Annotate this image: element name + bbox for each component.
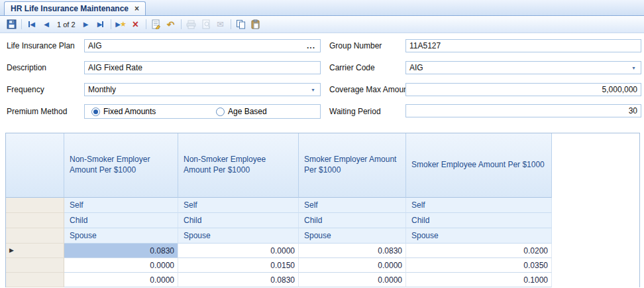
coverage-max-amount-label: Coverage Max Amount xyxy=(329,85,410,94)
waiting-period-input[interactable] xyxy=(405,104,641,117)
grid-cell-r0c3[interactable]: 0.0200 xyxy=(406,244,552,258)
copy-button[interactable] xyxy=(234,18,248,31)
grid-cell-r1c0[interactable]: 0.0000 xyxy=(64,258,178,273)
record-position: 1 of 2 xyxy=(54,21,79,29)
row-header xyxy=(6,258,64,273)
new-record-star-icon: ★ xyxy=(120,21,127,28)
frequency-label: Frequency xyxy=(7,85,44,94)
previous-record-icon: ◀ xyxy=(44,21,49,28)
band-cell-spouse: Spouse xyxy=(406,228,552,244)
tab-bar: HR Life Insurance Maintenance × xyxy=(0,0,644,16)
current-row-indicator-icon: ▶ xyxy=(9,248,14,253)
current-row-header: ▶ xyxy=(6,244,64,258)
grid-cell-r0c0[interactable]: 0.0830 xyxy=(64,244,178,258)
carrier-code-label: Carrier Code xyxy=(329,63,375,72)
band-cell-child: Child xyxy=(406,213,552,228)
column-header-smoker-employer[interactable]: Smoker Employer Amount Per $1000 xyxy=(299,133,406,198)
column-header-nonsmoker-employer[interactable]: Non-Smoker Employer Amount Per $1000 xyxy=(64,133,178,198)
print-preview-button[interactable] xyxy=(199,18,213,31)
next-record-button[interactable]: ▶ xyxy=(79,18,93,31)
print-preview-icon xyxy=(201,19,211,29)
premium-method-fixed-amounts-option[interactable]: Fixed Amounts xyxy=(91,107,209,116)
tab-title: HR Life Insurance Maintenance xyxy=(11,4,129,13)
grid-cell-r2c2[interactable]: 0.0000 xyxy=(299,273,406,287)
band-cell-spouse: Spouse xyxy=(178,228,299,244)
chevron-down-icon[interactable]: ▼ xyxy=(306,88,320,92)
column-header-smoker-employee[interactable]: Smoker Employee Amount Per $1000 xyxy=(406,133,552,198)
edit-record-icon xyxy=(151,19,161,29)
grid-corner-cell xyxy=(6,133,64,198)
print-button[interactable] xyxy=(184,18,199,31)
age-based-radio[interactable] xyxy=(216,108,225,116)
description-input[interactable] xyxy=(84,61,321,74)
premium-method-age-based-option[interactable]: Age Based xyxy=(216,107,267,116)
lookup-ellipsis-icon[interactable]: ... xyxy=(302,41,320,50)
grid-cell-r1c1[interactable]: 0.0150 xyxy=(178,258,299,273)
grid-cell-r1c3[interactable]: 0.0350 xyxy=(406,258,552,273)
premium-method-group: Fixed Amounts Age Based xyxy=(84,104,321,119)
toolbar-separator xyxy=(21,19,22,29)
email-button[interactable]: ✉ xyxy=(213,18,228,31)
tab-hr-life-insurance-maintenance[interactable]: HR Life Insurance Maintenance × xyxy=(4,1,146,15)
grid-cell-r0c1[interactable]: 0.0000 xyxy=(178,244,299,258)
life-insurance-plan-input[interactable] xyxy=(85,40,302,52)
tab-close-icon[interactable]: × xyxy=(134,5,139,13)
column-header-nonsmoker-employee[interactable]: Non-Smoker Employee Amount Per $1000 xyxy=(178,133,299,198)
edit-record-button[interactable] xyxy=(149,18,164,31)
fixed-amounts-label: Fixed Amounts xyxy=(103,107,156,116)
undo-icon: ↶ xyxy=(167,20,175,29)
life-insurance-plan-field: ... xyxy=(84,39,321,52)
toolbar-separator xyxy=(146,19,146,29)
toolbar: ◀ ◀ 1 of 2 ▶ ▶ ▶★ × ↶ xyxy=(0,16,644,33)
grid-cell-r2c0[interactable]: 0.0000 xyxy=(64,273,178,287)
first-record-button[interactable]: ◀ xyxy=(25,18,39,31)
undo-button[interactable]: ↶ xyxy=(164,18,178,31)
band-cell-child: Child xyxy=(64,213,178,228)
fixed-amounts-radio[interactable] xyxy=(91,108,100,116)
previous-record-button[interactable]: ◀ xyxy=(39,18,54,31)
toolbar-separator xyxy=(111,19,111,29)
toolbar-separator xyxy=(181,19,182,29)
delete-icon: × xyxy=(133,19,138,30)
grid-cell-r2c3[interactable]: 0.1000 xyxy=(406,273,552,287)
frequency-value: Monthly xyxy=(85,85,306,94)
group-number-input[interactable] xyxy=(405,39,641,52)
carrier-code-value: AIG xyxy=(406,63,627,72)
band-cell-child: Child xyxy=(299,213,406,228)
life-insurance-plan-label: Life Insurance Plan xyxy=(7,41,75,50)
hr-life-insurance-maintenance-window: { "tab": { "title": "HR Life Insurance M… xyxy=(0,0,644,288)
band-cell-spouse: Spouse xyxy=(64,228,178,244)
save-icon xyxy=(7,19,17,29)
coverage-max-amount-input[interactable] xyxy=(405,83,641,96)
waiting-period-label: Waiting Period xyxy=(329,107,381,116)
email-icon: ✉ xyxy=(217,20,224,29)
paste-button[interactable] xyxy=(248,18,263,31)
rates-grid: Non-Smoker Employer Amount Per $1000 Non… xyxy=(5,133,640,287)
description-label: Description xyxy=(7,63,46,72)
new-record-button[interactable]: ▶★ xyxy=(114,18,129,31)
row-header xyxy=(6,198,64,213)
band-cell-spouse: Spouse xyxy=(299,228,406,244)
band-cell-self: Self xyxy=(64,198,178,213)
last-record-icon: ▶ xyxy=(97,21,103,28)
premium-method-label: Premium Method xyxy=(7,107,67,116)
row-header xyxy=(6,228,64,244)
band-cell-child: Child xyxy=(178,213,299,228)
carrier-code-dropdown[interactable]: AIG ▼ xyxy=(405,61,641,74)
frequency-dropdown[interactable]: Monthly ▼ xyxy=(84,83,321,96)
row-header xyxy=(6,273,64,287)
chevron-down-icon[interactable]: ▼ xyxy=(627,66,641,70)
delete-record-button[interactable]: × xyxy=(129,18,143,31)
grid-cell-r0c2[interactable]: 0.0830 xyxy=(299,244,406,258)
next-record-icon: ▶ xyxy=(83,21,89,28)
paste-icon xyxy=(250,19,260,29)
last-record-button[interactable]: ▶ xyxy=(93,18,108,31)
age-based-label: Age Based xyxy=(228,107,267,116)
row-header xyxy=(6,213,64,228)
print-icon xyxy=(186,20,196,29)
grid-cell-r1c2[interactable]: 0.0000 xyxy=(299,258,406,273)
save-button[interactable] xyxy=(4,18,19,31)
grid-empty-area xyxy=(552,133,639,287)
grid-cell-r2c1[interactable]: 0.0830 xyxy=(178,273,299,287)
band-cell-self: Self xyxy=(299,198,406,213)
